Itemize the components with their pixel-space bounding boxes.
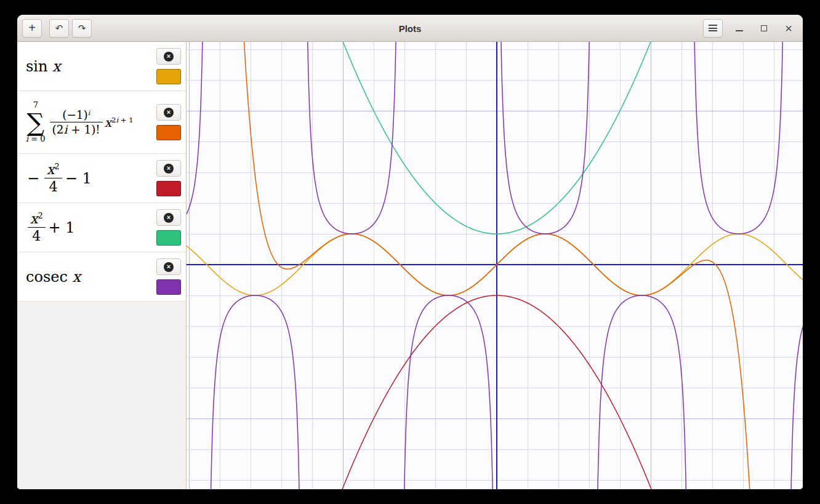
function-row-sin: sin x ×	[17, 42, 186, 91]
color-swatch-button[interactable]	[156, 181, 181, 196]
undo-button[interactable]: ↶	[49, 19, 69, 38]
curves	[187, 42, 803, 489]
remove-function-button[interactable]: ×	[156, 104, 181, 121]
window-title: Plots	[399, 23, 422, 33]
add-equation-button[interactable]: +	[22, 19, 42, 38]
row-controls: ×	[156, 258, 181, 295]
hamburger-icon	[709, 25, 717, 31]
plots-app-window: + ↶ ↷ Plots × sin x ×	[17, 15, 803, 489]
minimize-button[interactable]	[731, 20, 747, 36]
curve-taylor-sin-7	[187, 42, 803, 489]
remove-icon: ×	[164, 108, 174, 118]
formula-neg-parabola[interactable]: −x24− 1	[26, 162, 156, 195]
remove-icon: ×	[164, 262, 174, 272]
remove-function-button[interactable]: ×	[156, 48, 181, 65]
minimize-icon	[736, 30, 743, 31]
main-content: sin x × 7∑i = 0(−1)i(2i + 1)!x2i + 1 ×	[17, 42, 803, 489]
row-controls: ×	[156, 209, 181, 246]
formula-taylor[interactable]: 7∑i = 0(−1)i(2i + 1)!x2i + 1	[26, 100, 156, 144]
function-row-taylor: 7∑i = 0(−1)i(2i + 1)!x2i + 1 ×	[17, 91, 186, 154]
color-swatch-button[interactable]	[156, 230, 181, 246]
formula-pos-parabola[interactable]: x24+ 1	[26, 211, 156, 244]
remove-function-button[interactable]: ×	[156, 209, 181, 226]
color-swatch-button[interactable]	[156, 69, 181, 84]
headerbar: + ↶ ↷ Plots ×	[17, 15, 803, 42]
color-swatch-button[interactable]	[156, 279, 181, 295]
sidebar-empty-area	[17, 302, 186, 489]
remove-function-button[interactable]: ×	[156, 258, 181, 275]
remove-icon: ×	[164, 52, 174, 62]
remove-icon: ×	[164, 213, 174, 223]
remove-icon: ×	[164, 164, 174, 174]
row-controls: ×	[156, 160, 181, 196]
function-row-neg-parabola: −x24− 1 ×	[17, 154, 186, 203]
remove-function-button[interactable]: ×	[156, 160, 181, 177]
function-row-cosec: cosec x ×	[17, 252, 186, 302]
function-sidebar: sin x × 7∑i = 0(−1)i(2i + 1)!x2i + 1 ×	[17, 42, 187, 489]
formula-cosec[interactable]: cosec x	[26, 268, 156, 286]
plot-svg	[187, 42, 803, 489]
color-swatch-button[interactable]	[156, 125, 181, 140]
formula-sin[interactable]: sin x	[26, 58, 156, 75]
curve-pos-quarter-parabola	[187, 42, 803, 234]
curve-neg-quarter-parabola	[187, 295, 803, 489]
menu-button[interactable]	[703, 19, 723, 38]
redo-button[interactable]: ↷	[72, 19, 92, 38]
row-controls: ×	[156, 48, 181, 84]
headerbar-left-controls: + ↶ ↷	[22, 19, 92, 38]
close-button[interactable]: ×	[781, 20, 797, 36]
row-controls: ×	[156, 104, 181, 140]
maximize-icon	[761, 25, 767, 31]
maximize-button[interactable]	[756, 20, 772, 36]
headerbar-right-controls: ×	[703, 19, 797, 38]
function-row-pos-parabola: x24+ 1 ×	[17, 203, 186, 252]
plot-canvas[interactable]	[187, 42, 803, 489]
